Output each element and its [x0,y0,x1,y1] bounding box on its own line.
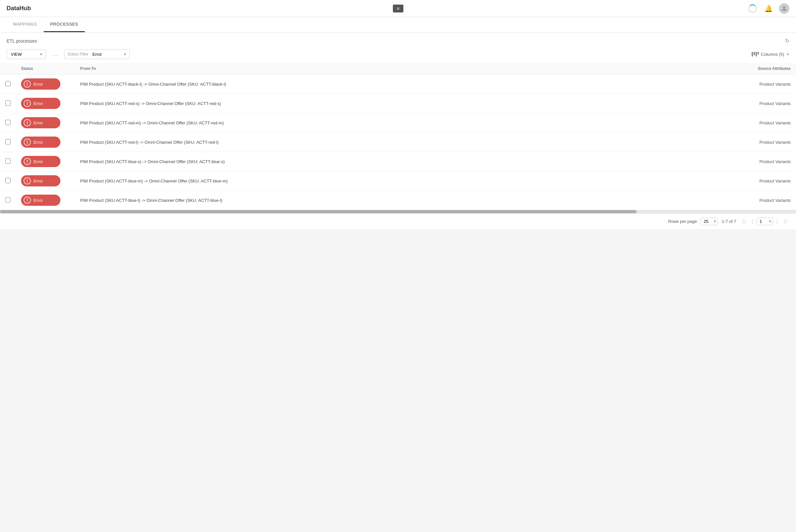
table-row: ! Error PIM Product (SKU ACTT-blue-m) ->… [0,171,796,191]
page-size-select[interactable]: 25 10 50 100 [701,217,718,225]
row-checkbox[interactable] [5,178,11,183]
app-header: DataHub ≡ 🔔 [0,0,796,17]
toolbar: VIEW ▼ ... Status Filter Error ▼ Columns… [0,46,796,63]
table-row: ! Error PIM Product (SKU ACTT-red-m) -> … [0,113,796,133]
columns-icon [752,52,759,56]
table-row: ! Error PIM Product (SKU ACTT-red-l) -> … [0,133,796,152]
row-checkbox-cell [0,171,16,191]
table-header: Status From-To Source Attributes [0,63,796,75]
status-label: Error [34,178,43,184]
row-status-cell: ! Error [16,133,75,152]
rows-per-page: Rows per page: 25 10 50 100 ▼ [668,217,718,225]
table-footer: Rows per page: 25 10 50 100 ▼ 1-7 of 7 ⟨… [0,213,796,229]
row-status-cell: ! Error [16,75,75,94]
row-checkbox[interactable] [5,81,11,86]
row-status-cell: ! Error [16,191,75,210]
status-label: Error [34,159,43,164]
th-status: Status [16,63,75,75]
columns-label: Columns (5) [761,52,784,57]
status-filter-select[interactable]: Error [64,50,130,59]
page-info: 1-7 of 7 [722,219,736,224]
col-bar-3 [756,52,757,56]
prev-page-button[interactable]: ⟨ [749,217,755,225]
row-from-to-cell: PIM Product (SKU ACTT-blue-l) -> Omni-Ch… [75,191,730,210]
row-checkbox[interactable] [5,158,11,164]
table-row: ! Error PIM Product (SKU ACTT-blue-l) ->… [0,191,796,210]
row-from-to-cell: PIM Product (SKU ACTT-red-m) -> Omni-Cha… [75,113,730,133]
row-source-attr-cell: Product Variants [730,94,796,113]
row-checkbox[interactable] [5,139,11,145]
error-exclamation-icon: ! [24,100,31,107]
row-checkbox-cell [0,133,16,152]
avatar-icon [779,3,790,14]
refresh-spinner-button[interactable] [747,3,758,14]
tab-mappings[interactable]: MAPPINGS [6,17,44,32]
refresh-button[interactable]: ↻ [785,38,790,44]
row-source-attr-cell: Product Variants [730,152,796,171]
view-select[interactable]: VIEW [6,50,46,59]
col-bar-4 [758,52,759,55]
columns-button[interactable]: Columns (5) ▼ [752,52,790,57]
error-exclamation-icon: ! [24,196,31,204]
row-checkbox[interactable] [5,100,11,106]
header-center: ≡ [393,5,403,13]
nav-tabs: MAPPINGS PROCESSES [0,17,796,33]
status-label: Error [34,140,43,145]
row-source-attr-cell: Product Variants [730,113,796,133]
row-checkbox-cell [0,191,16,210]
row-status-cell: ! Error [16,152,75,171]
user-avatar-button[interactable] [779,3,790,14]
first-page-button[interactable]: ⟨⟨ [740,217,748,225]
row-checkbox[interactable] [5,120,11,125]
status-label: Error [34,198,43,203]
status-label: Error [34,101,43,106]
error-exclamation-icon: ! [24,138,31,146]
table-header-bar: ETL processes ↻ [0,33,796,46]
view-select-wrap: VIEW ▼ [6,50,46,59]
th-source-attrs: Source Attributes [730,63,796,75]
error-badge: ! Error [21,98,60,109]
table-row: ! Error PIM Product (SKU ACTT-black-l) -… [0,75,796,94]
row-checkbox[interactable] [5,197,11,203]
th-checkbox [0,63,16,75]
row-status-cell: ! Error [16,113,75,133]
row-source-attr-cell: Product Variants [730,171,796,191]
error-badge: ! Error [21,117,60,128]
bell-icon: 🔔 [764,5,773,13]
row-status-cell: ! Error [16,171,75,191]
error-exclamation-icon: ! [24,177,31,185]
spinner-icon [748,4,757,13]
next-page-button[interactable]: ⟩ [774,217,780,225]
error-badge: ! Error [21,195,60,206]
filter-wrap: Status Filter Error ▼ [64,50,130,59]
row-checkbox-cell [0,152,16,171]
row-source-attr-cell: Product Variants [730,191,796,210]
scrollbar-thumb [0,210,637,213]
error-exclamation-icon: ! [24,119,31,126]
page-number-select[interactable]: 1 [757,217,773,225]
row-status-cell: ! Error [16,94,75,113]
col-bar-1 [752,52,753,56]
error-exclamation-icon: ! [24,80,31,88]
error-badge: ! Error [21,175,60,186]
svg-point-0 [783,6,785,8]
row-checkbox-cell [0,113,16,133]
data-table: Status From-To Source Attributes ! Error… [0,63,796,210]
th-from-to: From-To [75,63,730,75]
row-checkbox-cell [0,94,16,113]
last-page-button[interactable]: ⟩⟩ [781,217,790,225]
error-badge: ! Error [21,136,60,148]
row-source-attr-cell: Product Variants [730,75,796,94]
row-from-to-cell: PIM Product (SKU ACTT-red-s) -> Omni-Cha… [75,94,730,113]
app-logo: DataHub [6,5,31,12]
hamburger-button[interactable]: ≡ [393,5,403,13]
more-options-button[interactable]: ... [49,49,61,59]
table-row: ! Error PIM Product (SKU ACTT-red-s) -> … [0,94,796,113]
notifications-button[interactable]: 🔔 [763,3,774,14]
row-from-to-cell: PIM Product (SKU ACTT-blue-m) -> Omni-Ch… [75,171,730,191]
row-from-to-cell: PIM Product (SKU ACTT-black-l) -> Omni-C… [75,75,730,94]
tab-processes[interactable]: PROCESSES [44,17,85,32]
table-row: ! Error PIM Product (SKU ACTT-blue-s) ->… [0,152,796,171]
rows-per-page-label: Rows per page: [668,219,698,224]
horizontal-scrollbar[interactable] [0,210,796,213]
